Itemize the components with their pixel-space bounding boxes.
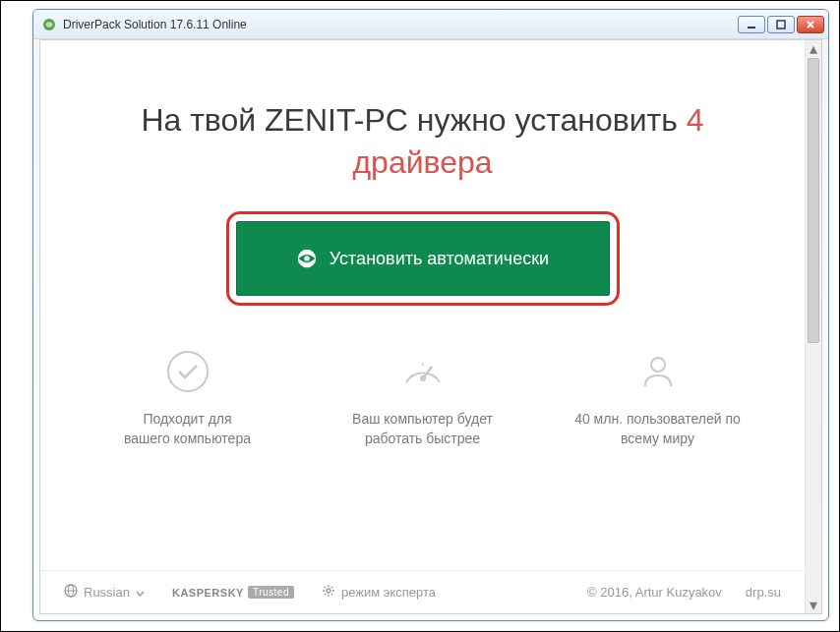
scrollbar-thumb[interactable] <box>808 58 819 343</box>
language-label: Russian <box>84 585 130 600</box>
driverpack-badge-icon <box>296 248 318 269</box>
install-auto-button[interactable]: Установить автоматически <box>236 221 610 296</box>
svg-rect-1 <box>748 27 755 29</box>
minimize-button[interactable] <box>738 16 765 33</box>
close-button[interactable] <box>797 16 824 33</box>
svg-line-20 <box>325 587 326 588</box>
copyright-text: © 2016, Artur Kuzyakov <box>587 585 722 600</box>
headline-prefix: На твой <box>141 102 265 138</box>
svg-line-8 <box>410 375 413 376</box>
scroll-up-arrow-icon[interactable]: ▴ <box>806 40 821 57</box>
footer: Russian KASPERSKY Trusted режим экспер <box>40 570 805 613</box>
svg-point-11 <box>651 358 665 372</box>
globe-icon <box>64 584 78 601</box>
install-button-highlight: Установить автоматически <box>226 211 620 306</box>
feature-line2: работать быстрее <box>305 430 540 449</box>
svg-line-23 <box>331 587 332 588</box>
chevron-down-icon <box>136 585 145 600</box>
application-window: DriverPack Solution 17.6.11 Online На тв… <box>32 9 829 621</box>
svg-point-15 <box>327 589 330 593</box>
expert-mode-label: режим эксперта <box>341 585 436 600</box>
feature-line2: вашего компьютера <box>70 430 305 449</box>
svg-rect-2 <box>777 21 785 29</box>
svg-point-4 <box>304 257 310 262</box>
svg-line-22 <box>325 594 326 595</box>
install-button-label: Установить автоматически <box>330 249 549 269</box>
app-icon <box>41 17 57 32</box>
feature-line2: всему миру <box>540 430 775 449</box>
svg-line-21 <box>331 594 332 595</box>
feature-faster: Ваш компьютер будет работать быстрее <box>305 349 540 448</box>
headline-pcname: ZENIT-PC <box>265 102 408 138</box>
scroll-down-arrow-icon[interactable]: ▾ <box>806 597 821 613</box>
user-icon <box>635 349 681 394</box>
kaspersky-brand: KASPERSKY <box>172 587 244 599</box>
gauge-icon <box>400 349 446 394</box>
vertical-scrollbar[interactable]: ▴ ▾ <box>805 40 821 613</box>
feature-line1: Подходит для <box>70 410 305 430</box>
feature-line1: 40 млн. пользователей по <box>540 410 775 430</box>
headline-suffix: драйвера <box>352 144 492 180</box>
feature-users: 40 млн. пользователей по всему миру <box>540 349 775 448</box>
titlebar: DriverPack Solution 17.6.11 Online <box>33 10 828 39</box>
feature-compatible: Подходит для вашего компьютера <box>70 349 305 448</box>
expert-mode-link[interactable]: режим эксперта <box>322 584 436 601</box>
features-row: Подходит для вашего компьютера Ваш компь… <box>40 349 805 448</box>
trusted-badge: Trusted <box>248 586 294 599</box>
svg-line-9 <box>433 375 436 376</box>
check-circle-icon <box>165 349 210 394</box>
feature-line1: Ваш компьютер будет <box>305 410 540 430</box>
maximize-button[interactable] <box>767 16 795 33</box>
site-link[interactable]: drp.su <box>746 585 781 600</box>
main-content: На твой ZENIT-PC нужно установить 4 драй… <box>40 40 805 613</box>
language-selector[interactable]: Russian <box>64 584 145 601</box>
kaspersky-trusted-badge: KASPERSKY Trusted <box>172 586 294 599</box>
window-title: DriverPack Solution 17.6.11 Online <box>63 18 247 31</box>
headline-count: 4 <box>687 102 704 138</box>
headline-mid: нужно установить <box>408 102 687 138</box>
headline: На твой ZENIT-PC нужно установить 4 драй… <box>40 99 805 184</box>
svg-point-5 <box>168 352 208 391</box>
gear-icon <box>322 584 335 601</box>
